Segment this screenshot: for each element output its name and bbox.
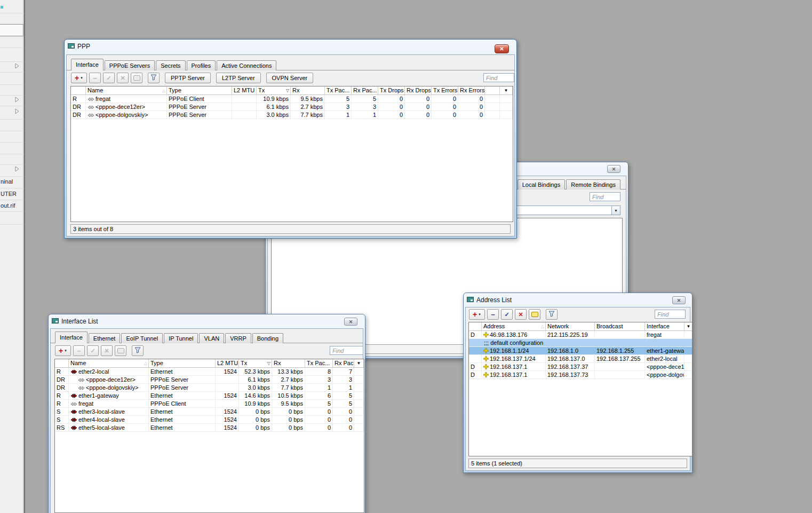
- address-table[interactable]: Address△NetworkBroadcastInterface▼D46.98…: [468, 322, 692, 456]
- column-header-rx_pac[interactable]: Rx Pac...: [352, 86, 378, 94]
- add-button[interactable]: +▼: [469, 309, 485, 320]
- column-header-rx_pac[interactable]: Rx Pac.: [333, 359, 354, 367]
- interface-list-window[interactable]: Interface List ✕ InterfaceEthernetEoIP T…: [48, 314, 365, 513]
- tab-secrets[interactable]: Secrets: [156, 60, 185, 70]
- table-row[interactable]: RSether5-local-slaveEthernet15240 bps0 b…: [55, 424, 364, 432]
- column-header-broadcast[interactable]: Broadcast: [595, 322, 645, 330]
- chevron-down-icon[interactable]: ▼: [611, 206, 620, 215]
- enable-button[interactable]: ✓: [87, 345, 99, 356]
- close-icon[interactable]: ✕: [495, 44, 509, 53]
- comment-button[interactable]: [115, 345, 126, 356]
- comment-button[interactable]: [529, 309, 540, 320]
- column-selector-button[interactable]: ▼: [354, 359, 364, 367]
- column-header-rx[interactable]: Rx: [272, 359, 305, 367]
- column-header-tx_drops[interactable]: Tx Drops: [378, 86, 405, 94]
- column-header-tx[interactable]: Tx▽: [257, 86, 291, 94]
- table-row[interactable]: RfregatPPPoE Client10.9 kbps9.5 kbps5500…: [71, 95, 513, 103]
- main-menu-sidebar[interactable]: ninal UTER out.rif: [0, 0, 25, 513]
- column-header-l2mtu[interactable]: L2 MTU: [232, 86, 257, 94]
- close-icon[interactable]: ✕: [344, 318, 357, 326]
- tab-vrrp[interactable]: VRRP: [225, 333, 251, 343]
- table-row[interactable]: RfregatPPPoE Client10.9 kbps9.5 kbps55: [55, 400, 364, 408]
- column-header-interface[interactable]: Interface: [645, 322, 684, 330]
- remove-button[interactable]: −: [487, 309, 499, 320]
- tab-ip-tunnel[interactable]: IP Tunnel: [164, 333, 198, 343]
- ppp-interface-table[interactable]: Name△TypeL2 MTUTx▽RxTx Pac...Rx Pac...Tx…: [70, 86, 513, 222]
- remove-button[interactable]: −: [89, 73, 101, 83]
- table-row[interactable]: Rether2-localEthernet152452.3 kbps13.3 k…: [55, 368, 364, 376]
- interface-list-titlebar[interactable]: Interface List: [52, 314, 362, 328]
- menu-item-fragment[interactable]: out.rif: [1, 202, 15, 209]
- tab-eoip-tunnel[interactable]: EoIP Tunnel: [121, 333, 163, 343]
- close-icon[interactable]: ✕: [607, 165, 620, 173]
- tab-interface[interactable]: Interface: [55, 332, 87, 343]
- close-icon[interactable]: ✕: [672, 296, 686, 304]
- table-row[interactable]: D192.168.137.1192.168.137.73<pppoe-dolgo…: [469, 371, 692, 379]
- column-header-flags[interactable]: [55, 359, 69, 367]
- disable-button[interactable]: ✕: [101, 345, 113, 356]
- column-header-tx_pac[interactable]: Tx Pac...: [325, 86, 352, 94]
- disable-button[interactable]: ✕: [117, 73, 129, 83]
- column-header-l2mtu[interactable]: L2 MTU: [216, 359, 239, 367]
- column-header-tx_errors[interactable]: Tx Errors: [432, 86, 458, 94]
- table-row[interactable]: Sether4-local-slaveEthernet15240 bps0 bp…: [55, 416, 364, 424]
- table-row[interactable]: Sether3-local-slaveEthernet15240 bps0 bp…: [55, 408, 364, 416]
- comment-button[interactable]: [131, 73, 142, 83]
- table-row[interactable]: 192.168.137.1/24192.168.137.0192.168.137…: [469, 355, 692, 363]
- column-header-type[interactable]: Type: [167, 86, 232, 94]
- column-selector-button[interactable]: ▼: [500, 86, 513, 94]
- table-row[interactable]: DR<pppoe-dece12er>PPPoE Server6.1 kbps2.…: [71, 103, 513, 111]
- column-header-name[interactable]: Name△: [86, 86, 167, 94]
- table-row[interactable]: 192.168.1.1/24192.168.1.0192.168.1.255et…: [469, 347, 692, 355]
- column-header-spacer[interactable]: [485, 86, 500, 94]
- address-list-window[interactable]: Address List ✕ +▼−✓✕ Address△NetworkBroa…: [463, 293, 692, 473]
- column-header-tx_pac[interactable]: Tx Pac...: [305, 359, 333, 367]
- table-row[interactable]: D192.168.137.1192.168.137.37<pppoe-dece1…: [469, 363, 692, 371]
- column-header-rx_errors[interactable]: Rx Errors: [458, 86, 485, 94]
- add-button[interactable]: +▼: [71, 73, 87, 83]
- table-row[interactable]: D46.98.138.176212.115.225.19fregat: [469, 331, 692, 339]
- tab-remote-bindings[interactable]: Remote Bindings: [566, 179, 620, 190]
- find-input[interactable]: [655, 310, 686, 319]
- menu-item-fragment[interactable]: UTER: [1, 191, 17, 197]
- tab-local-bindings[interactable]: Local Bindings: [518, 179, 566, 190]
- column-header-name[interactable]: Name△: [69, 359, 149, 367]
- table-row[interactable]: DR<pppoe-dolgovskiy>PPPoE Server3.0 kbps…: [55, 384, 364, 392]
- table-row[interactable]: DR<pppoe-dece12er>PPPoE Server6.1 kbps2.…: [55, 376, 364, 384]
- table-comment-row[interactable]: ;;; default configuration: [469, 339, 692, 347]
- ppp-titlebar[interactable]: PPP: [68, 40, 513, 53]
- column-header-flags[interactable]: [469, 322, 482, 330]
- column-header-address[interactable]: Address△: [482, 322, 546, 330]
- interface-table[interactable]: Name△TypeL2 MTUTx▽RxTx Pac...Rx Pac.▼Ret…: [54, 359, 364, 513]
- ovpn-server-button[interactable]: OVPN Server: [266, 73, 314, 83]
- column-header-rx_drops[interactable]: Rx Drops: [405, 86, 432, 94]
- filter-button[interactable]: [132, 345, 144, 356]
- column-header-rx[interactable]: Rx: [291, 86, 325, 94]
- enable-button[interactable]: ✓: [103, 73, 115, 83]
- find-input[interactable]: [330, 346, 363, 355]
- remove-button[interactable]: −: [73, 345, 85, 356]
- filter-button[interactable]: [148, 73, 160, 83]
- tab-ethernet[interactable]: Ethernet: [89, 333, 121, 343]
- disable-button[interactable]: ✕: [515, 309, 527, 320]
- tab-bonding[interactable]: Bonding: [252, 333, 283, 343]
- table-row[interactable]: Rether1-gatewayEthernet152414.6 kbps10.5…: [55, 392, 364, 400]
- l2tp-server-button[interactable]: L2TP Server: [216, 73, 261, 83]
- address-list-titlebar[interactable]: Address List: [467, 293, 689, 306]
- column-header-network[interactable]: Network: [546, 322, 595, 330]
- column-header-flags[interactable]: [71, 86, 86, 94]
- find-input[interactable]: [590, 192, 620, 201]
- tab-active-connections[interactable]: Active Connections: [217, 60, 276, 70]
- column-header-type[interactable]: Type: [149, 359, 216, 367]
- ppp-window[interactable]: PPP ✕ InterfacePPPoE ServersSecretsProfi…: [64, 39, 517, 239]
- find-input[interactable]: [483, 73, 514, 82]
- enable-button[interactable]: ✓: [501, 309, 513, 320]
- menu-item-fragment[interactable]: ninal: [1, 178, 13, 185]
- tab-pppoe-servers[interactable]: PPPoE Servers: [105, 60, 155, 70]
- filter-button[interactable]: [546, 309, 558, 320]
- column-selector-button[interactable]: ▼: [684, 322, 692, 330]
- tab-interface[interactable]: Interface: [71, 59, 104, 70]
- sidebar-button-fragment[interactable]: [0, 24, 23, 36]
- table-row[interactable]: DR<pppoe-dolgovskiy>PPPoE Server3.0 kbps…: [71, 111, 513, 119]
- pptp-server-button[interactable]: PPTP Server: [165, 73, 211, 83]
